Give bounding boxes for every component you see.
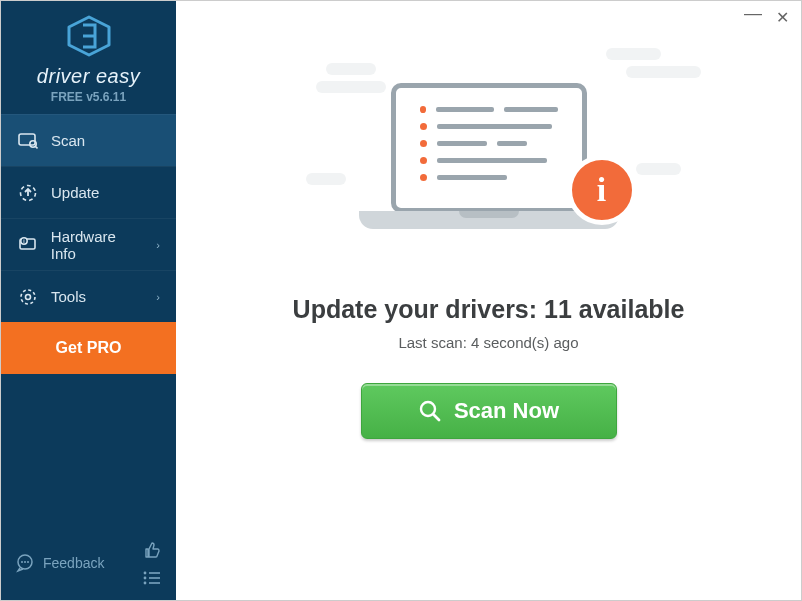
headline: Update your drivers: 11 available xyxy=(293,295,685,324)
scan-icon xyxy=(17,132,39,150)
search-icon xyxy=(418,399,442,423)
content: i Update your drivers: 11 available Last… xyxy=(176,33,801,600)
minimize-button[interactable]: — xyxy=(744,3,762,24)
lastscan-prefix: Last scan: xyxy=(398,334,471,351)
svg-point-13 xyxy=(21,561,23,563)
feedback-button[interactable]: Feedback xyxy=(15,553,104,573)
chevron-right-icon: › xyxy=(156,291,160,303)
main-panel: — ✕ i Update your drivers: 11 avail xyxy=(176,1,801,600)
window-controls: — ✕ xyxy=(176,1,801,33)
illustration: i xyxy=(359,83,619,263)
sidebar-item-scan[interactable]: Scan xyxy=(1,114,176,166)
scan-button-label: Scan Now xyxy=(454,398,559,424)
sidebar-item-label: Scan xyxy=(51,132,85,149)
lastscan-value: 4 second(s) ago xyxy=(471,334,579,351)
sidebar-item-update[interactable]: Update xyxy=(1,166,176,218)
nav: Scan Update i Hardware Info › Tools › Ge… xyxy=(1,114,176,374)
headline-prefix: Update your drivers: xyxy=(293,295,544,323)
feedback-icon xyxy=(15,553,35,573)
sidebar-item-hardware-info[interactable]: i Hardware Info › xyxy=(1,218,176,270)
svg-rect-2 xyxy=(19,134,35,145)
svg-line-4 xyxy=(36,146,38,148)
hardware-info-icon: i xyxy=(17,236,39,254)
get-pro-label: Get PRO xyxy=(56,339,122,357)
brand-version: FREE v5.6.11 xyxy=(1,90,176,104)
headline-suffix: available xyxy=(572,295,685,323)
brand-block: driver easy FREE v5.6.11 xyxy=(1,1,176,114)
thumbs-up-icon[interactable] xyxy=(142,540,162,560)
sidebar-item-tools[interactable]: Tools › xyxy=(1,270,176,322)
sidebar: driver easy FREE v5.6.11 Scan Update i H… xyxy=(1,1,176,600)
svg-point-17 xyxy=(144,577,147,580)
brand-name: driver easy xyxy=(1,65,176,88)
sidebar-bottom: Feedback xyxy=(1,530,176,600)
sidebar-item-label: Update xyxy=(51,184,99,201)
svg-point-18 xyxy=(144,582,147,585)
get-pro-button[interactable]: Get PRO xyxy=(1,322,176,374)
svg-point-15 xyxy=(27,561,29,563)
sidebar-item-label: Hardware Info xyxy=(51,228,145,262)
logo-icon xyxy=(65,15,113,57)
scan-now-button[interactable]: Scan Now xyxy=(361,383,617,439)
update-icon xyxy=(17,183,39,203)
info-badge-icon: i xyxy=(567,155,637,225)
svg-line-23 xyxy=(433,415,439,421)
svg-point-11 xyxy=(26,294,31,299)
list-icon[interactable] xyxy=(142,570,162,586)
chevron-right-icon: › xyxy=(156,239,160,251)
svg-point-14 xyxy=(24,561,26,563)
sidebar-item-label: Tools xyxy=(51,288,86,305)
close-button[interactable]: ✕ xyxy=(776,8,789,27)
svg-point-10 xyxy=(21,290,35,304)
last-scan-text: Last scan: 4 second(s) ago xyxy=(398,334,578,351)
tools-icon xyxy=(17,287,39,307)
available-count: 11 xyxy=(544,295,572,323)
feedback-label: Feedback xyxy=(43,555,104,571)
svg-point-16 xyxy=(144,572,147,575)
laptop-screen xyxy=(391,83,587,213)
